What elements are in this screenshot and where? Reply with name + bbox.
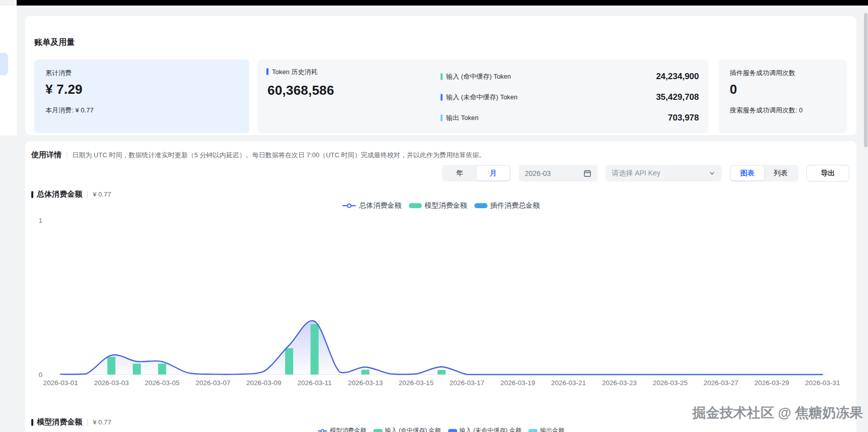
page: 账单及用量 累计消费 ¥ 7.29 本月消费: ¥ 0.77 Token 历史消… <box>0 0 868 432</box>
svg-text:0: 0 <box>38 371 42 379</box>
period-option-month[interactable]: 月 <box>476 166 510 180</box>
legend-item-model[interactable]: 模型消费金额 <box>409 201 467 210</box>
svg-text:2026-03-13: 2026-03-13 <box>348 379 383 387</box>
token-row-input-cached: 输入 (命中缓存) Token 24,234,900 <box>441 66 699 87</box>
legend-item-model-total[interactable]: 模型消费金额 <box>317 426 366 432</box>
line-series-icon <box>317 428 328 432</box>
svg-text:1: 1 <box>38 217 42 224</box>
legend-item-input-cached[interactable]: 输入 (命中缓存) 金额 <box>373 426 441 432</box>
svg-text:2026-03-27: 2026-03-27 <box>703 379 738 387</box>
svg-text:2026-03-17: 2026-03-17 <box>450 379 484 387</box>
section-marker-icon <box>31 419 33 426</box>
legend-item-output[interactable]: 输出金额 <box>528 426 564 432</box>
api-key-select[interactable]: 请选择 API Key <box>606 165 722 181</box>
output-value: 703,978 <box>668 113 699 123</box>
svg-text:2026-03-09: 2026-03-09 <box>246 379 281 387</box>
bar-series-icon <box>528 429 537 432</box>
svg-text:2026-03-03: 2026-03-03 <box>94 379 129 387</box>
month-picker-value: 2026-03 <box>525 169 551 177</box>
cumulative-spend-card: 累计消费 ¥ 7.29 本月消费: ¥ 0.77 <box>34 59 249 133</box>
sidebar-active-item[interactable] <box>0 53 8 75</box>
bar-series-icon <box>448 429 457 432</box>
overall-spend-section-title: 总体消费金额 ¥ 0.77 <box>31 190 111 199</box>
divider <box>87 419 88 426</box>
divider <box>87 191 88 198</box>
divider <box>67 152 67 159</box>
scrollbar-thumb[interactable] <box>864 13 867 147</box>
bar-series-icon <box>474 203 487 208</box>
billing-cards: 累计消费 ¥ 7.29 本月消费: ¥ 0.77 Token 历史消耗 60,3… <box>34 59 847 133</box>
svg-text:2026-03-31: 2026-03-31 <box>805 379 840 387</box>
cumulative-spend-value: ¥ 7.29 <box>45 82 83 97</box>
plugin-calls-value: 0 <box>730 82 737 97</box>
usage-note: 日期为 UTC 时间，数据统计准实时更新（5 分钟以内延迟）。每日数据将在次日 … <box>72 151 485 160</box>
svg-text:2026-03-15: 2026-03-15 <box>399 379 433 387</box>
plugin-calls-card: 插件服务成功调用次数 0 搜索服务成功调用次数: 0 <box>719 59 847 133</box>
svg-text:2026-03-29: 2026-03-29 <box>754 379 789 387</box>
legend-item-total[interactable]: 总体消费金额 <box>342 201 402 210</box>
search-calls-label: 搜索服务成功调用次数: 0 <box>730 106 802 115</box>
model-spend-section-title: 模型消费金额 ¥ 0.77 <box>31 417 111 427</box>
svg-text:2026-03-07: 2026-03-07 <box>195 379 230 387</box>
sidebar-edge <box>0 6 17 136</box>
overall-spend-amount: ¥ 0.77 <box>93 191 111 198</box>
token-history-label: Token 历史消耗 <box>266 68 317 77</box>
top-black-bar <box>17 0 868 6</box>
svg-text:2026-03-11: 2026-03-11 <box>297 379 332 387</box>
chevron-down-icon <box>709 170 716 177</box>
line-series-icon <box>342 203 356 209</box>
token-history-card: Token 历史消耗 60,368,586 输入 (命中缓存) Token 24… <box>257 59 709 133</box>
api-key-placeholder: 请选择 API Key <box>612 169 660 178</box>
legend-item-input-uncached[interactable]: 输入 (未命中缓存) 金额 <box>448 426 522 432</box>
token-row-input-uncached: 输入 (未命中缓存) Token 35,429,708 <box>441 87 699 107</box>
model-spend-amount: ¥ 0.77 <box>93 418 111 426</box>
input-uncached-value: 35,429,708 <box>656 92 699 102</box>
plugin-calls-label: 插件服务成功调用次数 <box>730 69 795 78</box>
svg-text:2026-03-23: 2026-03-23 <box>602 379 637 387</box>
period-option-year[interactable]: 年 <box>443 166 476 180</box>
bar-series-icon <box>373 429 383 432</box>
token-breakdown: 输入 (命中缓存) Token 24,234,900 输入 (未命中缓存) To… <box>441 66 699 128</box>
token-history-value: 60,368,586 <box>267 83 334 98</box>
month-picker[interactable]: 2026-03 <box>519 165 598 181</box>
section-marker-icon <box>31 191 33 198</box>
token-history-marker-icon <box>266 68 268 75</box>
export-button[interactable]: 导出 <box>806 165 849 181</box>
bar-series-icon <box>409 203 422 208</box>
svg-text:2026-03-21: 2026-03-21 <box>551 379 586 387</box>
billing-panel: 账单及用量 累计消费 ¥ 7.29 本月消费: ¥ 0.77 Token 历史消… <box>25 16 856 135</box>
svg-text:2026-03-05: 2026-03-05 <box>145 379 180 387</box>
svg-text:2026-03-01: 2026-03-01 <box>43 379 78 387</box>
input-cached-value: 24,234,900 <box>656 72 699 82</box>
overall-chart-legend: 总体消费金额 模型消费金额 插件消费总金额 <box>25 201 856 210</box>
svg-text:2026-03-25: 2026-03-25 <box>653 379 687 387</box>
usage-panel: 使用详情 日期为 UTC 时间，数据统计准实时更新（5 分钟以内延迟）。每日数据… <box>25 141 856 432</box>
svg-text:2026-03-19: 2026-03-19 <box>500 379 535 387</box>
usage-header: 使用详情 日期为 UTC 时间，数据统计准实时更新（5 分钟以内延迟）。每日数据… <box>31 150 485 160</box>
period-segmented-control: 年 月 <box>442 165 511 181</box>
filter-bar: 年 月 2026-03 请选择 API Key 图表 <box>442 165 849 181</box>
overall-spend-chart[interactable]: 012026-03-012026-03-032026-03-052026-03-… <box>30 212 843 393</box>
view-option-chart[interactable]: 图表 <box>731 166 764 180</box>
legend-item-plugin[interactable]: 插件消费总金额 <box>474 201 540 210</box>
cumulative-spend-label: 累计消费 <box>45 69 72 78</box>
input-uncached-marker-icon <box>441 94 443 101</box>
watermark: 掘金技术社区 @ 焦糖奶冻果 <box>692 404 859 422</box>
usage-title: 使用详情 <box>31 150 62 160</box>
output-marker-icon <box>441 114 443 121</box>
view-option-list[interactable]: 列表 <box>764 166 797 180</box>
input-cached-marker-icon <box>441 73 443 80</box>
view-segmented-control: 图表 列表 <box>730 165 798 181</box>
calendar-icon <box>583 169 591 177</box>
token-row-output: 输出 Token 703,978 <box>441 107 699 128</box>
billing-title: 账单及用量 <box>34 37 75 48</box>
model-chart-legend: 模型消费金额 输入 (命中缓存) 金额 输入 (未命中缓存) 金额 输出金额 <box>25 426 856 432</box>
month-spend-label: 本月消费: ¥ 0.77 <box>45 106 93 115</box>
